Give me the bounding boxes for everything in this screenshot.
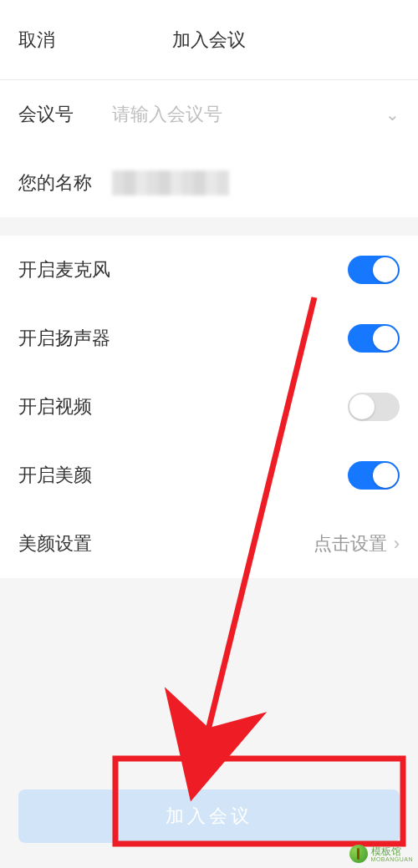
cancel-button[interactable]: 取消 xyxy=(18,28,55,53)
video-toggle[interactable] xyxy=(348,393,400,421)
meeting-id-input[interactable] xyxy=(112,104,385,125)
your-name-row[interactable]: 您的名称 xyxy=(0,149,418,217)
watermark-sub: MOBANGUAN xyxy=(371,856,413,862)
options-section: 开启麦克风 开启扬声器 开启视频 开启美颜 美颜设置 点击设置 › xyxy=(0,236,418,578)
watermark-brand: 模板馆 xyxy=(371,845,401,857)
speaker-row: 开启扬声器 xyxy=(0,304,418,373)
chevron-right-icon: › xyxy=(394,533,400,555)
your-name-label: 您的名称 xyxy=(18,170,112,195)
video-row: 开启视频 xyxy=(0,373,418,441)
watermark: 模板馆 MOBANGUAN xyxy=(349,845,413,863)
meeting-id-label: 会议号 xyxy=(18,102,112,127)
speaker-label: 开启扬声器 xyxy=(18,326,110,351)
beauty-settings-row[interactable]: 美颜设置 点击设置 › xyxy=(0,510,418,578)
speaker-toggle[interactable] xyxy=(348,324,400,353)
section-divider xyxy=(0,217,418,236)
chevron-down-icon[interactable]: ⌄ xyxy=(385,104,400,124)
video-label: 开启视频 xyxy=(18,394,92,419)
beauty-row: 开启美颜 xyxy=(0,441,418,510)
beauty-settings-value: 点击设置 xyxy=(314,531,387,556)
input-section: 会议号 ⌄ 您的名称 xyxy=(0,80,418,217)
meeting-id-row[interactable]: 会议号 ⌄ xyxy=(0,80,418,149)
mic-label: 开启麦克风 xyxy=(18,257,110,282)
beauty-toggle[interactable] xyxy=(348,461,400,490)
watermark-logo-icon xyxy=(349,845,368,863)
header-bar: 取消 加入会议 xyxy=(0,0,418,80)
mic-row: 开启麦克风 xyxy=(0,236,418,304)
page-title: 加入会议 xyxy=(172,28,246,53)
your-name-value-blurred xyxy=(112,170,229,195)
mic-toggle[interactable] xyxy=(348,256,400,284)
join-meeting-button[interactable]: 加入会议 xyxy=(18,789,400,843)
beauty-settings-label: 美颜设置 xyxy=(18,531,92,556)
beauty-label: 开启美颜 xyxy=(18,463,92,488)
